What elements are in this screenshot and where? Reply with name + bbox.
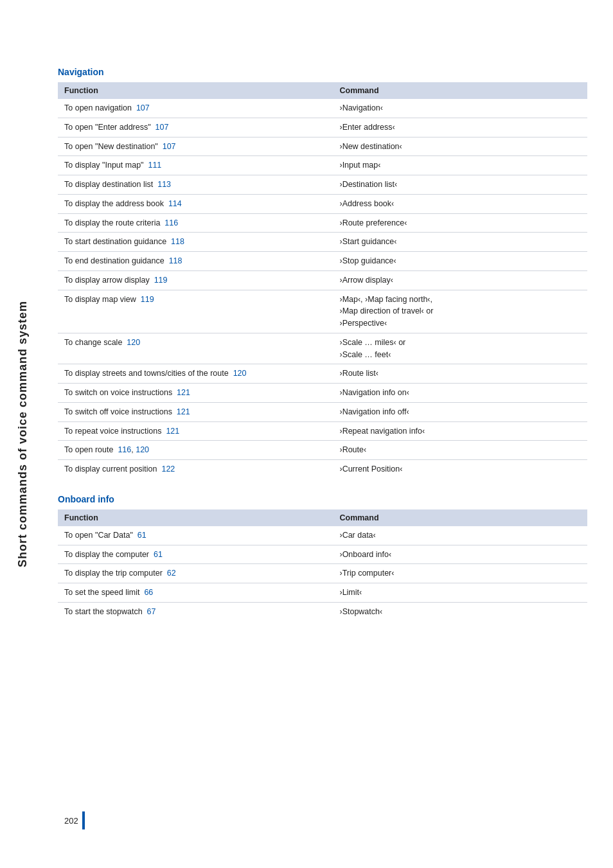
- table-row: To start the stopwatch 67›Stopwatch‹: [58, 602, 587, 621]
- function-cell: To switch off voice instructions 121: [58, 402, 333, 421]
- table-row: To display current position 122›Current …: [58, 460, 587, 479]
- page-ref: 113: [157, 180, 171, 189]
- table-row: To open route 116, 120›Route‹: [58, 441, 587, 460]
- command-cell: ›Navigation‹: [333, 99, 587, 118]
- function-cell: To display map view 119: [58, 290, 333, 333]
- command-cell: ›Start guidance‹: [333, 233, 587, 252]
- table-row: To change scale 120›Scale … miles‹ or ›S…: [58, 333, 587, 364]
- page-ref: 67: [147, 607, 156, 616]
- function-cell: To display the address book 114: [58, 194, 333, 213]
- function-cell: To start the stopwatch 67: [58, 602, 333, 621]
- table-row: To repeat voice instructions 121›Repeat …: [58, 421, 587, 441]
- page-ref: 116: [118, 445, 131, 454]
- command-cell: ›Stopwatch‹: [333, 602, 587, 621]
- command-cell: ›Onboard info‹: [333, 545, 587, 564]
- function-cell: To open route 116, 120: [58, 441, 333, 460]
- function-cell: To display streets and towns/cities of t…: [58, 364, 333, 384]
- function-cell: To switch on voice instructions 121: [58, 384, 333, 403]
- table-row: To open "New destination" 107›New destin…: [58, 137, 587, 156]
- command-cell: ›Repeat navigation info‹: [333, 421, 587, 441]
- main-content: Navigation Function Command To open navi…: [45, 0, 613, 868]
- page-ref: 120: [127, 338, 140, 347]
- function-cell: To display the computer 61: [58, 545, 333, 564]
- function-cell: To display current position 122: [58, 460, 333, 479]
- command-cell: ›Car data‹: [333, 526, 587, 545]
- navigation-heading: Navigation: [58, 67, 587, 77]
- table-row: To display streets and towns/cities of t…: [58, 364, 587, 384]
- function-cell: To change scale 120: [58, 333, 333, 364]
- sidebar: Short commands of voice command system: [0, 0, 45, 868]
- page-ref: 114: [168, 199, 182, 208]
- table-row: To switch off voice instructions 121›Nav…: [58, 402, 587, 421]
- navigation-table: Function Command To open navigation 107›…: [58, 82, 587, 479]
- command-cell: ›Route‹: [333, 441, 587, 460]
- page-ref: 111: [148, 161, 161, 170]
- table-row: To open navigation 107›Navigation‹: [58, 99, 587, 118]
- command-cell: ›Scale … miles‹ or ›Scale … feet‹: [333, 333, 587, 364]
- table-row: To set the speed limit 66›Limit‹: [58, 583, 587, 603]
- page-ref: 61: [138, 531, 147, 540]
- table-row: To start destination guidance 118›Start …: [58, 233, 587, 252]
- page-number-bar: [82, 811, 85, 829]
- function-cell: To end destination guidance 118: [58, 252, 333, 271]
- page-ref: 122: [161, 465, 175, 474]
- table-row: To switch on voice instructions 121›Navi…: [58, 384, 587, 403]
- page-ref: 61: [154, 550, 163, 559]
- table-row: To display map view 119›Map‹, ›Map facin…: [58, 290, 587, 333]
- function-cell: To display the route criteria 116: [58, 213, 333, 233]
- table-row: To display the trip computer 62›Trip com…: [58, 564, 587, 583]
- page-container: Short commands of voice command system N…: [0, 0, 613, 868]
- function-cell: To repeat voice instructions 121: [58, 421, 333, 441]
- command-cell: ›Limit‹: [333, 583, 587, 603]
- command-cell: ›Route preference‹: [333, 213, 587, 233]
- page-ref: 66: [144, 588, 153, 597]
- table-row: To open "Car Data" 61›Car data‹: [58, 526, 587, 545]
- command-cell: ›Map‹, ›Map facing north‹, ›Map directio…: [333, 290, 587, 333]
- table-row: To display the address book 114›Address …: [58, 194, 587, 213]
- function-cell: To display the trip computer 62: [58, 564, 333, 583]
- page-ref: 120: [136, 445, 149, 454]
- page-number-area: 202: [64, 811, 85, 829]
- command-cell: ›Navigation info on‹: [333, 384, 587, 403]
- function-cell: To display arrow display 119: [58, 270, 333, 290]
- table-row: To display the computer 61›Onboard info‹: [58, 545, 587, 564]
- onboard-table: Function Command To open "Car Data" 61›C…: [58, 509, 587, 621]
- function-cell: To display destination list 113: [58, 175, 333, 195]
- page-ref: 116: [164, 218, 178, 227]
- command-cell: ›Destination list‹: [333, 175, 587, 195]
- table-row: To end destination guidance 118›Stop gui…: [58, 252, 587, 271]
- page-ref: 121: [166, 427, 179, 436]
- ob-col2-header: Command: [333, 509, 587, 526]
- function-cell: To open navigation 107: [58, 99, 333, 118]
- command-cell: ›Arrow display‹: [333, 270, 587, 290]
- function-cell: To open "New destination" 107: [58, 137, 333, 156]
- page-ref: 118: [169, 256, 182, 265]
- command-cell: ›Enter address‹: [333, 118, 587, 137]
- command-cell: ›Address book‹: [333, 194, 587, 213]
- table-row: To display the route criteria 116›Route …: [58, 213, 587, 233]
- function-cell: To display "Input map" 111: [58, 156, 333, 175]
- command-cell: ›Route list‹: [333, 364, 587, 384]
- function-cell: To set the speed limit 66: [58, 583, 333, 603]
- command-cell: ›Trip computer‹: [333, 564, 587, 583]
- table-row: To display "Input map" 111›Input map‹: [58, 156, 587, 175]
- command-cell: ›Navigation info off‹: [333, 402, 587, 421]
- table-row: To display destination list 113›Destinat…: [58, 175, 587, 195]
- page-ref: 118: [171, 237, 184, 246]
- ob-col1-header: Function: [58, 509, 333, 526]
- onboard-heading: Onboard info: [58, 494, 587, 504]
- page-ref: 107: [155, 123, 169, 132]
- page-ref: 121: [177, 407, 190, 416]
- function-cell: To open "Enter address" 107: [58, 118, 333, 137]
- page-ref: 107: [136, 103, 150, 112]
- table-row: To open "Enter address" 107›Enter addres…: [58, 118, 587, 137]
- page-ref: 120: [233, 369, 247, 378]
- sidebar-label: Short commands of voice command system: [16, 301, 30, 567]
- page-ref: 119: [141, 295, 154, 304]
- page-number: 202: [64, 816, 78, 826]
- page-ref: 107: [163, 142, 176, 151]
- nav-col1-header: Function: [58, 82, 333, 99]
- page-ref: 119: [154, 276, 168, 285]
- command-cell: ›Stop guidance‹: [333, 252, 587, 271]
- command-cell: ›Input map‹: [333, 156, 587, 175]
